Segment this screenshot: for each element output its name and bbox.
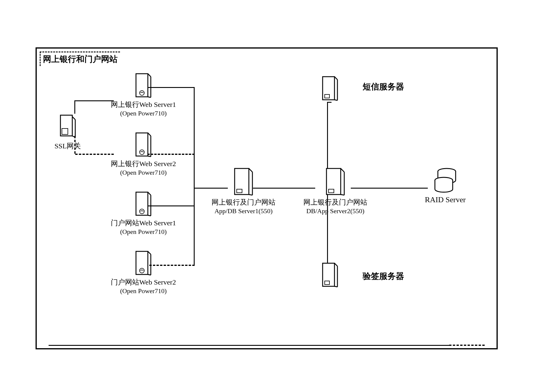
raid-label: RAID Server bbox=[425, 195, 466, 205]
svg-line-38 bbox=[334, 100, 337, 100]
node-ssl-gateway: SSL网关 bbox=[55, 114, 81, 151]
diagram-title: 网上银行和门户网站 bbox=[40, 52, 120, 66]
node-portal-server-2: 门户网站Web Server2 (Open Power710) bbox=[111, 250, 176, 295]
svg-rect-39 bbox=[325, 94, 329, 98]
svg-line-23 bbox=[148, 274, 151, 275]
web1-sub: (Open Power710) bbox=[111, 109, 176, 118]
node-appdb-server-1: 网上银行及门户网站 App/DB Server1(550) bbox=[212, 167, 276, 216]
portal2-label: 门户网站Web Server2 bbox=[111, 278, 176, 287]
svg-rect-34 bbox=[329, 189, 334, 193]
appdb2-label: 网上银行及门户网站 bbox=[303, 198, 367, 207]
node-appdb-server-2: 网上银行及门户网站 DB/App Server2(550) bbox=[303, 167, 367, 216]
gateway-icon bbox=[59, 114, 77, 140]
appdb2-sub: DB/App Server2(550) bbox=[303, 207, 367, 216]
portal2-sub: (Open Power710) bbox=[111, 287, 176, 295]
node-web-server-2: 网上银行Web Server2 (Open Power710) bbox=[111, 131, 176, 177]
svg-line-18 bbox=[148, 215, 151, 216]
web2-sub: (Open Power710) bbox=[111, 168, 176, 177]
svg-rect-44 bbox=[325, 281, 329, 285]
server-icon bbox=[233, 167, 254, 197]
svg-point-19 bbox=[140, 209, 144, 214]
svg-rect-1 bbox=[62, 128, 68, 134]
svg-line-8 bbox=[148, 97, 151, 97]
svg-point-9 bbox=[140, 91, 144, 95]
svg-line-33 bbox=[341, 195, 344, 195]
node-web-server-1: 网上银行Web Server1 (Open Power710) bbox=[111, 72, 176, 118]
server-icon bbox=[134, 191, 152, 217]
server-icon bbox=[134, 250, 152, 277]
svg-line-26 bbox=[249, 168, 252, 172]
node-raid: RAID Server bbox=[425, 167, 466, 205]
database-icon bbox=[433, 167, 457, 194]
svg-line-13 bbox=[148, 156, 151, 157]
svg-line-43 bbox=[334, 286, 337, 287]
node-verify-server bbox=[321, 262, 339, 290]
svg-point-24 bbox=[140, 268, 144, 273]
portal1-label: 门户网站Web Server1 bbox=[111, 219, 176, 228]
appdb1-sub: App/DB Server1(550) bbox=[212, 207, 276, 216]
bottom-line bbox=[49, 345, 485, 346]
server-icon bbox=[134, 131, 152, 158]
svg-rect-29 bbox=[237, 189, 242, 193]
appdb1-label: 网上银行及门户网站 bbox=[212, 198, 276, 207]
node-sms-server bbox=[321, 75, 339, 103]
portal1-sub: (Open Power710) bbox=[111, 228, 176, 236]
svg-point-14 bbox=[140, 150, 144, 155]
node-portal-server-1: 门户网站Web Server1 (Open Power710) bbox=[111, 191, 176, 236]
web1-label: 网上银行Web Server1 bbox=[111, 100, 176, 109]
bottom-dash bbox=[449, 345, 485, 346]
web2-label: 网上银行Web Server2 bbox=[111, 159, 176, 168]
server-icon bbox=[134, 72, 152, 99]
ssl-gateway-label: SSL网关 bbox=[55, 142, 81, 151]
server-icon bbox=[321, 75, 339, 102]
svg-line-31 bbox=[341, 168, 344, 172]
server-icon bbox=[321, 262, 339, 288]
svg-line-28 bbox=[249, 195, 252, 195]
verify-label: 验签服务器 bbox=[363, 271, 404, 282]
server-icon bbox=[325, 167, 346, 197]
sms-label: 短信服务器 bbox=[363, 81, 404, 92]
diagram-frame: 网上银行和门户网站 SSL网关 网 bbox=[36, 47, 498, 349]
